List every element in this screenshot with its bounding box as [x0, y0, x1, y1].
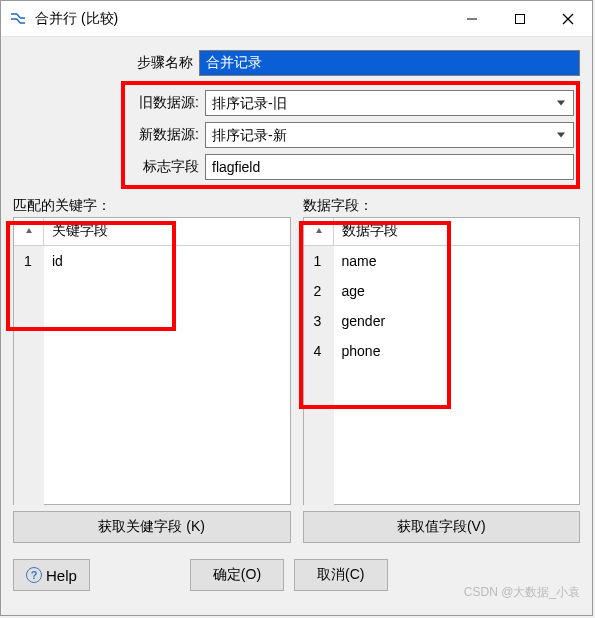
- content-area: 步骤名称 旧数据源: 排序记录-旧 新数据源: 排序记录-新 标志字段: [1, 37, 592, 551]
- data-table[interactable]: # 数据字段 1 name 2 age 3: [303, 217, 581, 505]
- key-table-header: # 关键字段: [14, 218, 290, 246]
- flag-field-row: 标志字段: [127, 151, 574, 183]
- get-key-fields-button[interactable]: 获取关健字段 (K): [13, 511, 291, 543]
- old-source-label: 旧数据源:: [127, 94, 205, 112]
- row-value[interactable]: gender: [334, 313, 580, 329]
- row-gutter: [304, 366, 334, 506]
- table-row[interactable]: 3 gender: [304, 306, 580, 336]
- close-button[interactable]: [544, 1, 592, 37]
- flag-field-label: 标志字段: [127, 158, 205, 176]
- key-table[interactable]: # 关键字段 1 id: [13, 217, 291, 505]
- row-index: 1: [14, 246, 44, 276]
- data-panel-title: 数据字段：: [303, 197, 581, 217]
- source-settings-group: 旧数据源: 排序记录-旧 新数据源: 排序记录-新 标志字段: [121, 81, 580, 189]
- ok-button[interactable]: 确定(O): [190, 559, 284, 591]
- row-value[interactable]: id: [44, 253, 290, 269]
- step-name-row: 步骤名称: [13, 47, 580, 79]
- step-name-label: 步骤名称: [13, 54, 199, 72]
- row-index: 2: [304, 276, 334, 306]
- key-panel-title: 匹配的关键字：: [13, 197, 291, 217]
- dialog-footer: ? Help 确定(O) 取消(C): [1, 551, 592, 595]
- data-panel: 数据字段： # 数据字段 1 name 2 age: [303, 197, 581, 543]
- chevron-down-icon: [557, 101, 565, 106]
- key-panel: 匹配的关键字： # 关键字段 1 id: [13, 197, 291, 543]
- maximize-button[interactable]: [496, 1, 544, 37]
- key-table-body: 1 id: [14, 246, 290, 506]
- get-value-fields-button[interactable]: 获取值字段(V): [303, 511, 581, 543]
- row-gutter: [14, 276, 44, 506]
- table-row[interactable]: 1 name: [304, 246, 580, 276]
- help-icon: ?: [26, 567, 42, 583]
- flag-field-input[interactable]: [205, 154, 574, 180]
- window-title: 合并行 (比较): [35, 10, 118, 28]
- help-label: Help: [46, 567, 77, 584]
- cancel-button[interactable]: 取消(C): [294, 559, 387, 591]
- old-source-value: 排序记录-旧: [212, 95, 287, 111]
- row-index: 4: [304, 336, 334, 366]
- row-value[interactable]: name: [334, 253, 580, 269]
- minimize-button[interactable]: [448, 1, 496, 37]
- row-value[interactable]: age: [334, 283, 580, 299]
- titlebar[interactable]: 合并行 (比较): [1, 1, 592, 37]
- data-table-header: # 数据字段: [304, 218, 580, 246]
- new-source-value: 排序记录-新: [212, 127, 287, 143]
- old-source-select[interactable]: 排序记录-旧: [205, 90, 574, 116]
- new-source-label: 新数据源:: [127, 126, 205, 144]
- new-source-select[interactable]: 排序记录-新: [205, 122, 574, 148]
- key-col-field[interactable]: 关键字段: [44, 218, 290, 245]
- chevron-down-icon: [557, 133, 565, 138]
- table-row[interactable]: 2 age: [304, 276, 580, 306]
- row-index: 3: [304, 306, 334, 336]
- table-row[interactable]: 1 id: [14, 246, 290, 276]
- row-value[interactable]: phone: [334, 343, 580, 359]
- key-col-num[interactable]: #: [14, 218, 44, 245]
- window-controls: [448, 1, 592, 36]
- old-source-row: 旧数据源: 排序记录-旧: [127, 87, 574, 119]
- step-name-input[interactable]: [199, 50, 580, 76]
- app-icon: [9, 10, 27, 28]
- table-row[interactable]: 4 phone: [304, 336, 580, 366]
- data-table-body: 1 name 2 age 3 gender 4: [304, 246, 580, 506]
- data-col-field[interactable]: 数据字段: [334, 218, 580, 245]
- new-source-row: 新数据源: 排序记录-新: [127, 119, 574, 151]
- svg-rect-1: [516, 15, 525, 24]
- data-col-num[interactable]: #: [304, 218, 334, 245]
- dialog-window: 合并行 (比较) 步骤名称 旧数据源: 排序记录-旧: [0, 0, 593, 616]
- row-index: 1: [304, 246, 334, 276]
- help-button[interactable]: ? Help: [13, 559, 90, 591]
- panels: 匹配的关键字： # 关键字段 1 id: [13, 197, 580, 543]
